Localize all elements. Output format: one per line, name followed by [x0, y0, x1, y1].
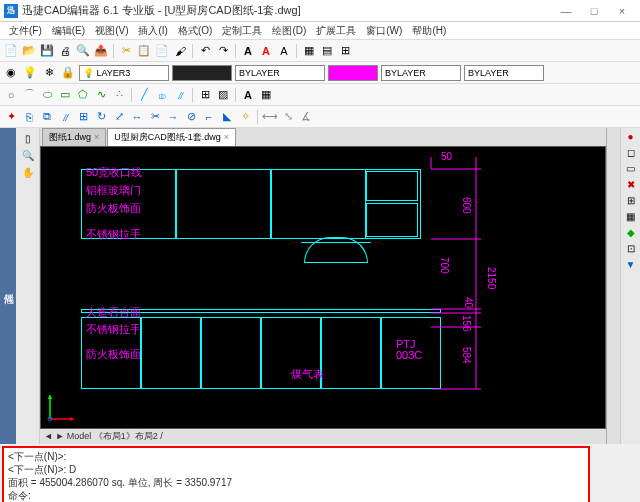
label-9: PTJ 003C [396, 339, 422, 361]
label-3: 防火板饰面 [86, 201, 141, 216]
layer-mgr-icon[interactable]: ◉ [3, 65, 19, 81]
menu-item[interactable]: 帮助(H) [407, 24, 451, 38]
document-tab[interactable]: U型厨房CAD图纸-1套.dwg× [107, 128, 236, 146]
fillet-icon[interactable]: ⌐ [201, 109, 217, 125]
freeze-icon[interactable]: ❄ [41, 65, 57, 81]
pline-icon[interactable]: ⎄ [154, 87, 170, 103]
stretch-icon[interactable]: ↔ [129, 109, 145, 125]
rtool-6[interactable]: ▦ [624, 210, 638, 224]
extend-icon[interactable]: → [165, 109, 181, 125]
lineweight-combo[interactable]: BYLAYER [381, 65, 461, 81]
maximize-button[interactable]: □ [580, 3, 608, 19]
menu-item[interactable]: 文件(F) [4, 24, 47, 38]
color2-swatch[interactable] [328, 65, 378, 81]
menu-item[interactable]: 扩展工具 [311, 24, 361, 38]
move-icon[interactable]: ✦ [3, 109, 19, 125]
document-tab[interactable]: 图纸1.dwg× [42, 128, 106, 146]
grid-icon[interactable]: ⊞ [197, 87, 213, 103]
dim-icon[interactable]: ⊞ [337, 43, 353, 59]
circle-icon[interactable]: ○ [3, 87, 19, 103]
bulb-icon[interactable]: 💡 [22, 65, 38, 81]
explode-icon[interactable]: ✧ [237, 109, 253, 125]
rtool-1[interactable]: ● [624, 130, 638, 144]
array-icon[interactable]: ⊞ [75, 109, 91, 125]
new-icon[interactable]: 📄 [3, 43, 19, 59]
dim3-icon[interactable]: ∡ [298, 109, 314, 125]
layout-tabs[interactable]: ◄ ► Model 《布局1》布局2 / [40, 429, 606, 444]
rtool-4[interactable]: ✖ [624, 178, 638, 192]
properties-panel-tab[interactable]: 属性 [0, 128, 16, 444]
mline-icon[interactable]: ⫽ [172, 87, 188, 103]
text-icon[interactable]: A [240, 43, 256, 59]
rotate-icon[interactable]: ↻ [93, 109, 109, 125]
label-6: 不锈钢拉手 [86, 322, 141, 337]
menu-item[interactable]: 格式(O) [173, 24, 217, 38]
block-icon[interactable]: ▦ [301, 43, 317, 59]
point-icon[interactable]: ∴ [111, 87, 127, 103]
menu-item[interactable]: 视图(V) [90, 24, 133, 38]
close-button[interactable]: × [608, 3, 636, 19]
print-icon[interactable]: 🖨 [57, 43, 73, 59]
right-toolbar: ● ◻ ▭ ✖ ⊞ ▦ ◆ ⊡ ▼ [620, 128, 640, 444]
redo-icon[interactable]: ↷ [215, 43, 231, 59]
cut-icon[interactable]: ✂ [118, 43, 134, 59]
undo-icon[interactable]: ↶ [197, 43, 213, 59]
trim-icon[interactable]: ✂ [147, 109, 163, 125]
ellipse-icon[interactable]: ⬭ [39, 87, 55, 103]
lock-icon[interactable]: 🔒 [60, 65, 76, 81]
dim-50: 50 [441, 151, 452, 162]
rtool-3[interactable]: ▭ [624, 162, 638, 176]
break-icon[interactable]: ⊘ [183, 109, 199, 125]
menu-item[interactable]: 窗口(W) [361, 24, 407, 38]
copy2-icon[interactable]: ⎘ [21, 109, 37, 125]
zoom-icon[interactable]: 🔍 [20, 147, 36, 163]
match-icon[interactable]: 🖌 [172, 43, 188, 59]
menu-item[interactable]: 插入(I) [133, 24, 172, 38]
preview-icon[interactable]: 🔍 [75, 43, 91, 59]
dim1-icon[interactable]: ⟷ [262, 109, 278, 125]
drawing-canvas[interactable]: 50宽收口线 铝框玻璃门 防火板饰面 不锈钢拉手 人造石台面 不锈钢拉手 防火板… [40, 146, 606, 429]
rtool-8[interactable]: ⊡ [624, 242, 638, 256]
draw-toolbar: ○ ⌒ ⬭ ▭ ⬠ ∿ ∴ ╱ ⎄ ⫽ ⊞ ▨ A ▦ [0, 84, 640, 106]
text2-icon[interactable]: A [258, 43, 274, 59]
save-icon[interactable]: 💾 [39, 43, 55, 59]
text3-icon[interactable]: A [276, 43, 292, 59]
select-icon[interactable]: ▯ [20, 130, 36, 146]
bold-icon[interactable]: A [240, 87, 256, 103]
rtool-7[interactable]: ◆ [624, 226, 638, 240]
linetype-combo[interactable]: BYLAYER [235, 65, 325, 81]
open-icon[interactable]: 📂 [21, 43, 37, 59]
menu-item[interactable]: 绘图(D) [267, 24, 311, 38]
tab-close-icon[interactable]: × [224, 132, 229, 142]
layer-combo[interactable]: 💡 LAYER3 [79, 65, 169, 81]
spline-icon[interactable]: ∿ [93, 87, 109, 103]
tab-close-icon[interactable]: × [94, 132, 99, 142]
paste-icon[interactable]: 📄 [154, 43, 170, 59]
arc-icon[interactable]: ⌒ [21, 87, 37, 103]
copy-icon[interactable]: 📋 [136, 43, 152, 59]
line-icon[interactable]: ╱ [136, 87, 152, 103]
color-swatch[interactable] [172, 65, 232, 81]
chamfer-icon[interactable]: ◣ [219, 109, 235, 125]
mirror-icon[interactable]: ⧉ [39, 109, 55, 125]
label-5: 人造石台面 [86, 305, 141, 320]
poly-icon[interactable]: ⬠ [75, 87, 91, 103]
scale-icon[interactable]: ⤢ [111, 109, 127, 125]
rect-icon[interactable]: ▭ [57, 87, 73, 103]
offset-icon[interactable]: ⫽ [57, 109, 73, 125]
table-icon[interactable]: ▦ [258, 87, 274, 103]
export-icon[interactable]: 📤 [93, 43, 109, 59]
rtool-5[interactable]: ⊞ [624, 194, 638, 208]
hatch2-icon[interactable]: ▨ [215, 87, 231, 103]
dim2-icon[interactable]: ⤡ [280, 109, 296, 125]
rtool-9[interactable]: ▼ [624, 258, 638, 272]
menu-item[interactable]: 编辑(E) [47, 24, 90, 38]
plotstyle-combo[interactable]: BYLAYER [464, 65, 544, 81]
minimize-button[interactable]: — [552, 3, 580, 19]
vertical-scrollbar[interactable] [606, 128, 620, 444]
menu-item[interactable]: 定制工具 [217, 24, 267, 38]
rtool-2[interactable]: ◻ [624, 146, 638, 160]
hatch-icon[interactable]: ▤ [319, 43, 335, 59]
pan-icon[interactable]: ✋ [20, 164, 36, 180]
app-icon: 迅 [4, 4, 18, 18]
